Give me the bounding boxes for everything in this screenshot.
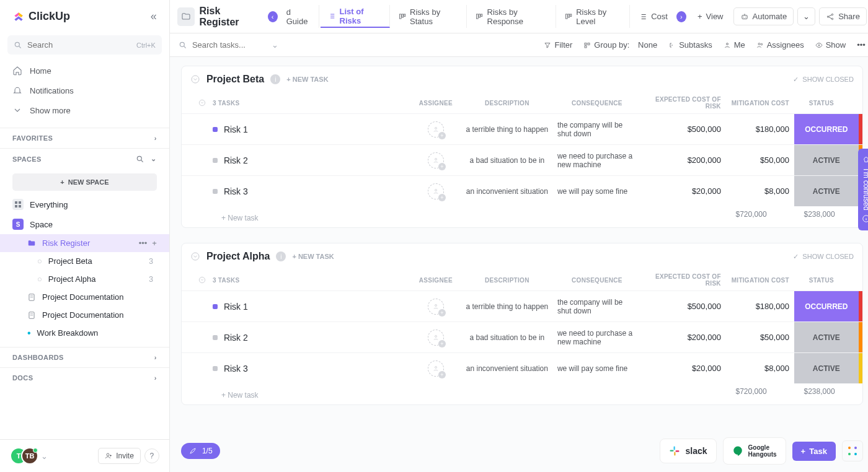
add-view-button[interactable]: +View: [691, 8, 730, 25]
add-task-link[interactable]: + New task: [213, 210, 259, 222]
chevron-down-icon[interactable]: ⌄: [41, 452, 48, 461]
priority-icon[interactable]: [213, 335, 218, 340]
add-task-link[interactable]: + New task: [213, 387, 259, 400]
spaces-header[interactable]: SPACES ⌄: [0, 149, 169, 170]
consequence-cell[interactable]: we need to purchase a new machine: [554, 329, 640, 346]
mitigation-cell[interactable]: $50,000: [721, 333, 789, 342]
table-row[interactable]: Risk 2 a bad situation to be in we need …: [182, 321, 862, 352]
new-space-button[interactable]: + NEW SPACE: [12, 173, 157, 191]
search-icon[interactable]: [136, 155, 144, 164]
view-guide[interactable]: d Guide: [279, 5, 320, 28]
consequence-cell[interactable]: we will pay some fine: [554, 187, 640, 196]
info-icon[interactable]: i: [276, 251, 286, 261]
more-icon[interactable]: •••: [139, 238, 148, 248]
consequence-cell[interactable]: we will pay some fine: [554, 364, 640, 373]
assignee-placeholder-icon[interactable]: [428, 330, 444, 346]
task-name[interactable]: Risk 2: [224, 155, 248, 165]
groupby-button[interactable]: Group by: None: [583, 40, 657, 50]
mitigation-cell[interactable]: $180,000: [721, 125, 789, 134]
description-cell[interactable]: a bad situation to be in: [461, 333, 554, 342]
task-name[interactable]: Risk 2: [224, 333, 248, 343]
priority-icon[interactable]: [213, 366, 218, 371]
subtasks-button[interactable]: Subtasks: [668, 40, 712, 50]
description-cell[interactable]: a terrible thing to happen: [461, 302, 554, 311]
docs-header[interactable]: DOCS ›: [0, 368, 169, 388]
task-name[interactable]: Risk 1: [224, 302, 248, 312]
folder-icon[interactable]: [177, 7, 195, 26]
avatar-stack[interactable]: T TB ⌄: [10, 447, 48, 465]
nav-notifications[interactable]: Notifications: [0, 81, 169, 100]
view-cost[interactable]: Cost: [631, 5, 675, 28]
invite-button[interactable]: Invite: [98, 448, 141, 464]
col-consequence[interactable]: CONSEQUENCE: [554, 100, 640, 107]
consequence-cell[interactable]: we need to purchase a new machine: [554, 152, 640, 169]
dashboards-header[interactable]: DASHBOARDS ›: [0, 347, 169, 367]
priority-icon[interactable]: [213, 189, 218, 194]
consequence-cell[interactable]: the company will be shut down: [554, 121, 640, 138]
info-icon[interactable]: i: [270, 74, 280, 84]
col-status[interactable]: STATUS: [789, 277, 854, 284]
slack-integration[interactable]: slack: [660, 439, 716, 463]
task-search-input[interactable]: [192, 40, 267, 50]
nav-showmore[interactable]: Show more: [0, 100, 169, 120]
status-cell[interactable]: OCCURRED: [794, 114, 859, 144]
more-button[interactable]: •••: [857, 40, 866, 50]
status-cell[interactable]: ACTIVE: [794, 176, 859, 206]
col-status[interactable]: STATUS: [789, 100, 854, 107]
assignee-placeholder-icon[interactable]: [428, 299, 444, 315]
assignee-placeholder-icon[interactable]: [428, 183, 444, 199]
priority-icon[interactable]: [213, 127, 218, 132]
table-row[interactable]: Risk 3 an inconvenient situation we will…: [182, 352, 862, 383]
col-tasks[interactable]: 3 TASKS: [213, 277, 411, 284]
share-button[interactable]: Share: [819, 7, 867, 25]
collapse-sidebar-icon[interactable]: «: [151, 10, 157, 23]
task-name[interactable]: Risk 3: [224, 186, 248, 196]
collapse-icon[interactable]: [190, 74, 200, 84]
cost-cell[interactable]: $500,000: [640, 125, 721, 134]
assignee-placeholder-icon[interactable]: [428, 121, 444, 138]
cost-cell[interactable]: $20,000: [640, 364, 721, 373]
assignee-cell[interactable]: [411, 361, 461, 377]
status-cell[interactable]: ACTIVE: [794, 145, 859, 175]
mitigation-cell[interactable]: $8,000: [721, 364, 789, 373]
tree-everything[interactable]: Everything: [0, 194, 169, 214]
tree-project-alpha[interactable]: ○ Project Alpha 3: [0, 270, 169, 288]
tree-project-beta[interactable]: ○ Project Beta 3: [0, 252, 169, 270]
view-risks-by-status[interactable]: Risks by Status: [391, 5, 467, 28]
status-cell[interactable]: ACTIVE: [794, 353, 859, 383]
assignee-cell[interactable]: [411, 152, 461, 168]
logo[interactable]: ClickUp: [12, 10, 70, 23]
new-task-link[interactable]: + NEW TASK: [286, 76, 328, 83]
assignee-placeholder-icon[interactable]: [428, 152, 444, 168]
col-description[interactable]: DESCRIPTION: [461, 100, 554, 107]
collapse-icon[interactable]: [198, 98, 206, 107]
tree-space[interactable]: S Space: [0, 214, 169, 234]
tree-doc-3[interactable]: • Work Breakdown: [0, 324, 169, 342]
show-closed-button[interactable]: ✓SHOW CLOSED: [793, 253, 854, 261]
priority-icon[interactable]: [213, 158, 218, 163]
description-cell[interactable]: a terrible thing to happen: [461, 125, 554, 134]
nav-home[interactable]: Home: [0, 61, 169, 81]
cost-cell[interactable]: $20,000: [640, 186, 721, 196]
view-risks-by-response[interactable]: Risks by Response: [468, 5, 556, 28]
col-expected-cost[interactable]: EXPECTED COST OF RISK: [640, 273, 721, 287]
hangouts-integration[interactable]: GoogleHangouts: [723, 437, 786, 465]
description-cell[interactable]: an inconvenient situation: [461, 364, 554, 373]
me-button[interactable]: Me: [724, 40, 745, 50]
col-mitigation-cost[interactable]: MITIGATION COST: [721, 100, 789, 107]
search-box[interactable]: Ctrl+K: [7, 35, 162, 55]
avatar[interactable]: TB: [21, 447, 38, 465]
new-task-button[interactable]: +Task: [792, 442, 836, 461]
status-cell[interactable]: ACTIVE: [794, 322, 859, 352]
mitigation-cell[interactable]: $50,000: [721, 155, 789, 165]
assignee-cell[interactable]: [411, 183, 461, 199]
task-name[interactable]: Risk 3: [224, 364, 248, 374]
table-row[interactable]: Risk 1 a terrible thing to happen the co…: [182, 113, 862, 144]
description-cell[interactable]: an inconvenient situation: [461, 187, 554, 196]
show-button[interactable]: Show: [815, 40, 846, 50]
table-row[interactable]: Risk 3 an inconvenient situation we will…: [182, 175, 862, 206]
description-cell[interactable]: a bad situation to be in: [461, 156, 554, 165]
automate-dropdown[interactable]: ⌄: [797, 7, 815, 25]
assignee-cell[interactable]: [411, 299, 461, 315]
apps-button[interactable]: [842, 440, 863, 461]
